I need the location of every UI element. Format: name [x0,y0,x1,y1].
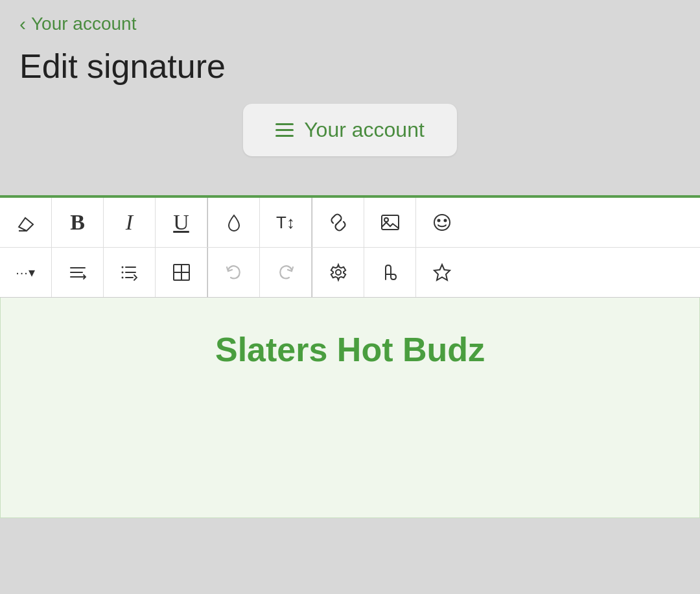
more-icon: ···▾ [16,265,36,280]
undo-button[interactable] [208,248,260,297]
star-button[interactable] [416,248,468,297]
svg-rect-3 [382,215,399,230]
account-button-label: Your account [304,118,425,142]
hamburger-icon [275,123,294,137]
ink-color-button[interactable] [208,198,260,247]
toolbar-row-1: B I U T↕ [0,198,700,248]
page-title: Edit signature [19,47,681,86]
underline-icon: U [173,210,189,235]
eraser-button[interactable] [0,198,52,247]
svg-point-6 [438,220,440,222]
back-label: Your account [31,14,136,34]
more-button[interactable]: ···▾ [0,248,52,297]
back-chevron-icon: ‹ [19,13,26,35]
account-button[interactable]: Your account [243,104,457,156]
bold-button[interactable]: B [52,198,104,247]
bold-icon: B [70,210,85,235]
underline-button[interactable]: U [156,198,207,247]
font-size-icon: T↕ [276,213,295,233]
toolbar-row-2: ···▾ [0,248,700,297]
svg-marker-21 [434,265,450,280]
redo-button[interactable] [260,248,312,297]
image-button[interactable] [364,198,416,247]
signature-text: Slaters Hot Budz [215,330,485,369]
back-link[interactable]: ‹ Your account [19,13,681,35]
branding-button[interactable] [364,248,416,297]
align-button[interactable] [52,248,104,297]
emoji-button[interactable] [416,198,468,247]
svg-point-4 [384,218,388,222]
svg-point-20 [336,270,341,275]
svg-line-2 [336,220,341,225]
toolbar: B I U T↕ [0,198,700,298]
svg-point-7 [445,220,447,222]
list-button[interactable] [104,248,156,297]
settings-button[interactable] [312,248,364,297]
link-button[interactable] [312,198,364,247]
font-size-button[interactable]: T↕ [260,198,312,247]
account-button-wrapper: Your account [19,104,681,156]
svg-marker-0 [19,218,33,231]
italic-icon: I [126,210,133,235]
svg-point-5 [434,215,450,230]
table-button[interactable] [156,248,207,297]
italic-button[interactable]: I [104,198,156,247]
editor-section: B I U T↕ [0,195,700,518]
signature-area[interactable]: Slaters Hot Budz [0,298,700,518]
top-area: ‹ Your account Edit signature Your accou… [0,0,700,176]
